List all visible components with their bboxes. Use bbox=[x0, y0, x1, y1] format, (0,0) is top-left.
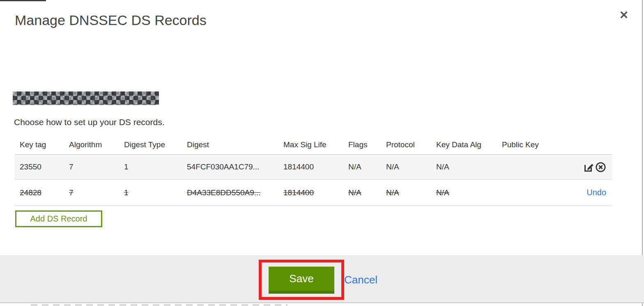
close-icon[interactable]: ✕ bbox=[617, 8, 631, 22]
edit-icon[interactable] bbox=[583, 162, 594, 173]
subtitle-text: Choose how to set up your DS records. bbox=[14, 117, 165, 127]
cell-algorithm: 7 bbox=[69, 188, 124, 197]
column-header: Algorithm bbox=[69, 140, 124, 149]
cell-digest-type: 1 bbox=[124, 188, 187, 197]
column-header: Protocol bbox=[386, 140, 436, 149]
dnssec-dialog: Manage DNSSEC DS Records ✕ Choose how to… bbox=[0, 0, 644, 306]
column-header: Public Key bbox=[502, 140, 583, 149]
cell-max-sig-life: 1814400 bbox=[283, 162, 348, 171]
cell-key-data-alg: N/A bbox=[436, 162, 502, 171]
column-header: Key tag bbox=[15, 140, 69, 149]
cell-digest: 54FCF030AA1C79... bbox=[187, 162, 283, 171]
cell-protocol: N/A bbox=[386, 188, 436, 197]
screen-edge-artifact bbox=[0, 0, 46, 1]
cell-key-tag: 23550 bbox=[15, 162, 69, 171]
cell-flags: N/A bbox=[348, 162, 386, 171]
cell-flags: N/A bbox=[348, 188, 386, 197]
cell-digest-type: 1 bbox=[124, 162, 187, 171]
column-header: Flags bbox=[348, 140, 386, 149]
cell-protocol: N/A bbox=[386, 162, 436, 171]
cell-algorithm: 7 bbox=[69, 162, 124, 171]
remove-circle-icon[interactable] bbox=[595, 162, 606, 173]
table-body: 235507154FCF030AA1C79...1814400N/AN/AN/A… bbox=[15, 155, 612, 206]
add-ds-record-button[interactable]: Add DS Record bbox=[15, 210, 102, 227]
table-row: 235507154FCF030AA1C79...1814400N/AN/AN/A bbox=[15, 155, 612, 180]
cell-max-sig-life: 1814400 bbox=[283, 188, 348, 197]
row-actions: Undo bbox=[583, 188, 612, 197]
background-page-remnant bbox=[31, 304, 288, 306]
column-header: Key Data Alg bbox=[436, 140, 502, 149]
table-header-row: Key tagAlgorithmDigest TypeDigestMax Sig… bbox=[15, 135, 612, 155]
cancel-link[interactable]: Cancel bbox=[344, 274, 377, 286]
cell-digest: D4A33E8DD550A9... bbox=[187, 188, 283, 197]
page-title: Manage DNSSEC DS Records bbox=[15, 12, 207, 28]
cell-key-tag: 24828 bbox=[15, 188, 69, 197]
redacted-domain-name bbox=[13, 91, 159, 105]
cell-key-data-alg: N/A bbox=[436, 188, 502, 197]
ds-records-table: Key tagAlgorithmDigest TypeDigestMax Sig… bbox=[15, 135, 612, 206]
row-actions bbox=[583, 162, 612, 173]
column-header: Max Sig Life bbox=[283, 140, 348, 149]
save-button[interactable]: Save bbox=[269, 267, 334, 294]
column-header: Digest Type bbox=[124, 140, 187, 149]
undo-link[interactable]: Undo bbox=[586, 188, 606, 197]
table-row: 2482871D4A33E8DD550A9...1814400N/AN/AN/A… bbox=[15, 180, 612, 206]
column-header: Digest bbox=[187, 140, 283, 149]
